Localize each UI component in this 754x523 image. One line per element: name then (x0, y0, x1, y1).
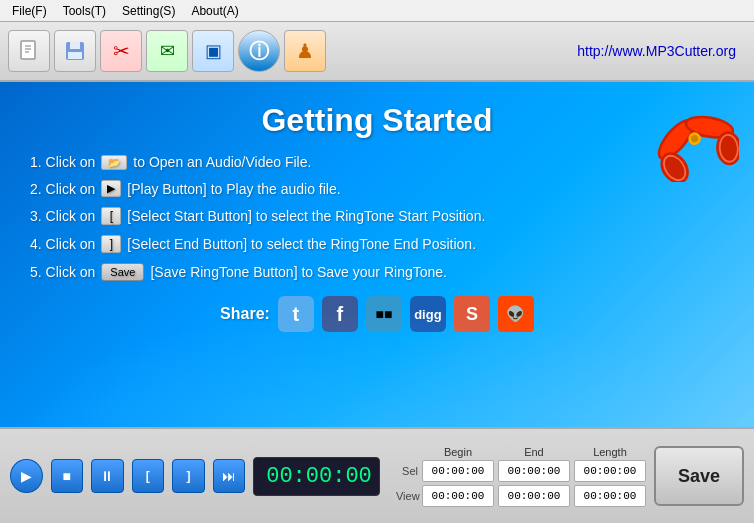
toolbar: ✂ ✉ ▣ ⓘ ♟ http://www.MP3Cutter.org (0, 22, 754, 82)
begin-header: Begin (422, 446, 494, 458)
share-label: Share: (220, 305, 270, 323)
toolbar-person-btn[interactable]: ♟ (284, 30, 326, 72)
toolbar-cut-btn[interactable]: ✂ (100, 30, 142, 72)
toolbar-new-btn[interactable] (8, 30, 50, 72)
save-button[interactable]: Save (654, 446, 744, 506)
twitter-btn[interactable]: t (278, 296, 314, 332)
instruction-4-btn: ] (101, 235, 121, 253)
instruction-2: 2. Click on ▶ [Play Button] to Play the … (30, 180, 724, 197)
facebook-btn[interactable]: f (322, 296, 358, 332)
menu-bar: File(F) Tools(T) Setting(S) About(A) (0, 0, 754, 22)
svg-rect-0 (21, 41, 35, 59)
view-time-row: View (396, 485, 646, 507)
digg-btn[interactable]: digg (410, 296, 446, 332)
sel-length-input[interactable] (574, 460, 646, 482)
set-start-btn[interactable]: [ (132, 459, 165, 493)
scissors-decoration (649, 92, 739, 182)
view-end-input[interactable] (498, 485, 570, 507)
pause-btn[interactable]: ⏸ (91, 459, 124, 493)
menu-settings[interactable]: Setting(S) (114, 2, 183, 20)
sel-time-row: Sel (396, 460, 646, 482)
reddit-btn[interactable]: 👽 (498, 296, 534, 332)
instruction-2-text: [Play Button] to Play the audio file. (127, 181, 340, 197)
instruction-1: 1. Click on 📂 to Open an Audio/Video Fil… (30, 154, 724, 170)
toolbar-email-btn[interactable]: ✉ (146, 30, 188, 72)
stop-btn[interactable]: ■ (51, 459, 84, 493)
toolbar-screen-btn[interactable]: ▣ (192, 30, 234, 72)
instruction-1-text: to Open an Audio/Video File. (133, 154, 311, 170)
time-column-headers: Begin End Length (396, 446, 646, 458)
instruction-5-prefix: 5. Click on (30, 264, 95, 280)
instruction-3: 3. Click on [ [Select Start Button] to s… (30, 207, 724, 225)
sel-end-input[interactable] (498, 460, 570, 482)
stumbleupon-btn[interactable]: S (454, 296, 490, 332)
instructions-list: 1. Click on 📂 to Open an Audio/Video Fil… (0, 139, 754, 281)
instruction-4-prefix: 4. Click on (30, 236, 95, 252)
instruction-5: 5. Click on Save [Save RingTone Button] … (30, 263, 724, 281)
toolbar-info-btn[interactable]: ⓘ (238, 30, 280, 72)
instruction-1-btn: 📂 (101, 155, 127, 170)
instruction-1-num: 1. Click on (30, 154, 95, 170)
main-title: Getting Started (0, 82, 754, 139)
instruction-2-prefix: 2. Click on (30, 181, 95, 197)
menu-about[interactable]: About(A) (183, 2, 246, 20)
end-header: End (498, 446, 570, 458)
view-label: View (396, 490, 418, 502)
time-fields-panel: Begin End Length Sel View (396, 446, 646, 507)
svg-rect-6 (68, 52, 82, 59)
instruction-2-btn: ▶ (101, 180, 121, 197)
instruction-4: 4. Click on ] [Select End Button] to sel… (30, 235, 724, 253)
sel-label: Sel (396, 465, 418, 477)
instruction-5-btn: Save (101, 263, 144, 281)
view-length-input[interactable] (574, 485, 646, 507)
share-bar: Share: t f ■■ digg S 👽 (0, 291, 754, 332)
set-end-btn[interactable]: ] (172, 459, 205, 493)
menu-tools[interactable]: Tools(T) (55, 2, 114, 20)
instruction-5-text: [Save RingTone Button] to Save your Ring… (150, 264, 447, 280)
instruction-3-btn: [ (101, 207, 121, 225)
time-display: 00:00:00 (253, 457, 380, 496)
skip-btn[interactable]: ⏭ (213, 459, 246, 493)
instruction-4-text: [Select End Button] to select the RingTo… (127, 236, 476, 252)
sel-begin-input[interactable] (422, 460, 494, 482)
view-begin-input[interactable] (422, 485, 494, 507)
bottom-controls: ▶ ■ ⏸ [ ] ⏭ 00:00:00 Begin End Length Se… (0, 427, 754, 523)
menu-file[interactable]: File(F) (4, 2, 55, 20)
website-link[interactable]: http://www.MP3Cutter.org (577, 43, 736, 59)
toolbar-buttons: ✂ ✉ ▣ ⓘ ♟ (8, 30, 326, 72)
toolbar-save-btn[interactable] (54, 30, 96, 72)
play-btn[interactable]: ▶ (10, 459, 43, 493)
delicious-btn[interactable]: ■■ (366, 296, 402, 332)
instruction-3-text: [Select Start Button] to select the Ring… (127, 208, 485, 224)
instruction-3-prefix: 3. Click on (30, 208, 95, 224)
svg-rect-5 (70, 42, 80, 49)
length-header: Length (574, 446, 646, 458)
main-content: Getting Started 1. Click on 📂 to Open an… (0, 82, 754, 427)
